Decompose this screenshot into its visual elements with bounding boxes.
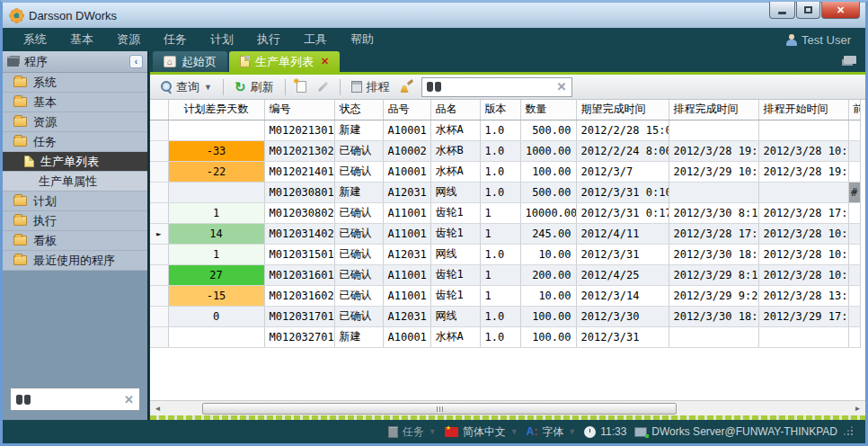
sidebar-item-1[interactable]: 基本 — [3, 93, 147, 112]
column-header-7[interactable]: 期望完成时间 — [576, 100, 669, 120]
row-selector — [150, 120, 168, 140]
task-dropdown[interactable]: 任务 ▼ — [388, 424, 437, 440]
extra-cell — [848, 223, 860, 244]
extra-cell — [848, 140, 860, 161]
column-header-10[interactable]: 前 — [848, 100, 860, 120]
tab-1[interactable]: 生产单列表✕ — [229, 51, 340, 72]
server-icon — [634, 427, 647, 437]
menu-item-2[interactable]: 资源 — [105, 31, 152, 48]
close-tab-icon[interactable]: ✕ — [321, 56, 329, 67]
table-row[interactable]: M012030801新建A12031网线1.0500.002012/3/31 0… — [150, 182, 860, 202]
column-header-8[interactable]: 排程完成时间 — [669, 100, 758, 120]
item_no-cell: A11001 — [383, 264, 430, 285]
item_no-cell: A12031 — [383, 306, 430, 326]
window-list-icon[interactable] — [844, 56, 856, 64]
column-header-0[interactable]: 计划差异天数 — [168, 100, 264, 120]
extra-cell — [848, 244, 860, 264]
scroll-left-icon[interactable]: ◄ — [150, 401, 165, 415]
restore-button[interactable] — [796, 2, 820, 19]
recent-folder-icon — [13, 255, 27, 265]
table-row[interactable]: -22M012021401已确认A10001水杯A1.0100.002012/3… — [150, 161, 860, 182]
menu-item-1[interactable]: 基本 — [58, 31, 105, 48]
sidebar-item-3[interactable]: 任务 — [3, 132, 147, 152]
table-row[interactable]: 27M012031601已确认A11001齿轮11200.002012/4/25… — [150, 264, 860, 285]
status-cell: 已确认 — [334, 244, 383, 264]
sched_start-cell — [758, 326, 848, 347]
sidebar-item-label: 计划 — [33, 193, 57, 210]
clear-icon[interactable]: ✕ — [124, 394, 134, 406]
font-dropdown[interactable]: A: 字体 ▼ — [527, 424, 577, 440]
menu-item-6[interactable]: 工具 — [292, 31, 339, 48]
clear-icon[interactable]: ✕ — [557, 81, 567, 93]
close-button[interactable]: ✕ — [821, 2, 860, 19]
binoculars-icon — [16, 395, 31, 405]
menu-item-5[interactable]: 执行 — [245, 31, 292, 48]
item_name-cell: 齿轮1 — [430, 285, 480, 306]
menu-item-3[interactable]: 任务 — [152, 31, 199, 48]
sidebar-item-4[interactable]: 生产单列表 — [3, 152, 147, 172]
refresh-button[interactable]: ↻ 刷新 — [232, 77, 277, 97]
menu-item-7[interactable]: 帮助 — [339, 31, 385, 48]
language-dropdown[interactable]: 简体中文 ▼ — [445, 424, 518, 440]
folder-icon — [13, 77, 27, 87]
resize-grip[interactable] — [846, 428, 853, 435]
status-bar: 任务 ▼ 简体中文 ▼ A: 字体 ▼ 11:33 DWorks Server@… — [3, 420, 865, 443]
chevron-down-icon: ▼ — [510, 427, 518, 436]
column-header-2[interactable]: 状态 — [334, 100, 383, 120]
sidebar-item-2[interactable]: 资源 — [3, 112, 147, 132]
column-header-5[interactable]: 版本 — [480, 100, 520, 120]
menu-item-0[interactable]: 系统 — [12, 31, 58, 48]
sidebar-search-input[interactable] — [31, 393, 124, 406]
table-row[interactable]: 1M012031501已确认A12031网线1.010.002012/3/312… — [150, 244, 860, 264]
sched_end-cell — [669, 120, 758, 140]
code-cell: M012021302 — [264, 140, 334, 161]
sidebar-item-label: 任务 — [33, 134, 57, 150]
column-header-1[interactable]: 编号 — [264, 100, 334, 120]
table-row[interactable]: -33M012021302已确认A10002水杯B1.01000.002012/… — [150, 140, 860, 161]
sidebar-item-9[interactable]: 最近使用的程序 — [3, 251, 147, 271]
horizontal-scrollbar[interactable]: ◄ ► — [150, 400, 865, 415]
scrollbar-thumb[interactable] — [202, 403, 677, 415]
table-row[interactable]: M012032701新建A10001水杯A1.0100.002012/3/31 — [150, 326, 860, 347]
version-cell: 1 — [480, 202, 520, 223]
version-cell: 1.0 — [480, 244, 520, 264]
table-row[interactable]: -15M012031602已确认A11001齿轮1110.002012/3/14… — [150, 285, 860, 306]
sidebar-items: 系统基本资源任务生产单列表生产单属性计划执行看板最近使用的程序 — [3, 73, 147, 271]
column-header-9[interactable]: 排程开始时间 — [758, 100, 848, 120]
query-button[interactable]: 查询 ▼ — [157, 77, 215, 97]
row-selector-header — [150, 100, 168, 120]
sidebar-item-label: 生产单列表 — [40, 154, 99, 170]
collapse-sidebar-button[interactable]: ‹ — [129, 55, 143, 68]
user-area[interactable]: Test User — [786, 33, 856, 47]
item_no-cell: A11001 — [383, 202, 430, 223]
menu-item-4[interactable]: 计划 — [199, 31, 245, 48]
toolbar-search-input[interactable] — [445, 81, 554, 94]
sidebar-item-0[interactable]: 系统 — [3, 73, 147, 93]
new-button[interactable] — [294, 79, 309, 94]
table-row[interactable]: ►14M012031402已确认A11001齿轮11245.002012/4/1… — [150, 223, 860, 244]
qty-cell: 100.00 — [520, 326, 576, 347]
table-row[interactable]: M012021301新建A10001水杯A1.0500.002012/2/28 … — [150, 120, 860, 140]
sidebar-item-label: 最近使用的程序 — [33, 253, 115, 269]
folder-icon — [13, 216, 27, 226]
column-header-6[interactable]: 数量 — [520, 100, 576, 120]
home-icon: ⌂ — [164, 56, 176, 67]
sidebar-item-5[interactable]: 生产单属性 — [3, 172, 147, 192]
status-time: 11:33 — [600, 425, 626, 438]
table-row[interactable]: 1M012030802已确认A11001齿轮1110000.002012/3/3… — [150, 202, 860, 223]
edit-button[interactable] — [314, 84, 332, 90]
sched_start-cell: 2012/3/28 19:10 — [758, 161, 848, 182]
tab-0[interactable]: ⌂起始页 — [153, 51, 227, 72]
sidebar-item-8[interactable]: 看板 — [3, 231, 147, 251]
table-row[interactable]: 0M012031701已确认A12031网线1.0100.002012/3/30… — [150, 306, 860, 326]
schedule-button[interactable]: 排程 — [349, 77, 393, 97]
column-header-4[interactable]: 品名 — [430, 100, 480, 120]
scroll-right-icon[interactable]: ► — [850, 401, 865, 415]
sidebar-item-6[interactable]: 计划 — [3, 192, 147, 211]
minimize-button[interactable] — [769, 2, 795, 19]
clean-button[interactable] — [398, 79, 416, 94]
status-cell: 已确认 — [334, 161, 383, 182]
sidebar-item-7[interactable]: 执行 — [3, 211, 147, 231]
window-title: Darsson DWorks — [29, 9, 117, 22]
column-header-3[interactable]: 品号 — [383, 100, 430, 120]
